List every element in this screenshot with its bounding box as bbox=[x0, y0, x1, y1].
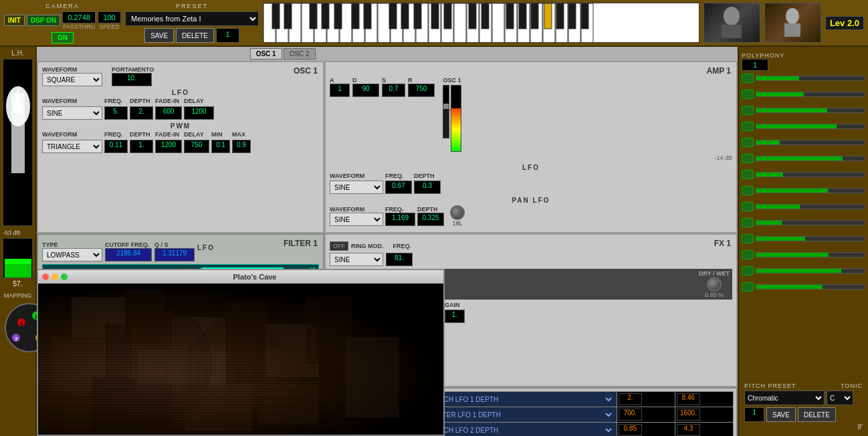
waveform-select[interactable]: SQUARE bbox=[42, 73, 102, 86]
pitch-delete-button[interactable]: DELETE bbox=[798, 407, 836, 422]
mapping-val2[interactable]: 2. bbox=[619, 393, 642, 405]
mixer-channel-led[interactable] bbox=[742, 250, 754, 259]
mixer-channel-led[interactable] bbox=[742, 106, 754, 115]
pwm-delay-input[interactable]: 750 bbox=[184, 140, 209, 153]
init-button[interactable]: INIT bbox=[4, 15, 25, 26]
pwm-min-input[interactable]: 0.1 bbox=[211, 140, 230, 153]
mixer-channel-led[interactable] bbox=[742, 186, 754, 195]
mixer-channel-slider[interactable] bbox=[756, 92, 865, 97]
mixer-channel-led[interactable] bbox=[742, 122, 754, 131]
tonic-select[interactable]: C bbox=[827, 391, 853, 405]
osc1-tab[interactable]: OSC 1 bbox=[250, 48, 282, 60]
mixer-channel-led[interactable] bbox=[742, 202, 754, 211]
on-button[interactable]: ON bbox=[51, 32, 74, 43]
d-input[interactable]: 90 bbox=[352, 84, 379, 97]
pitch-save-button[interactable]: SAVE bbox=[766, 407, 796, 422]
pwm-max-input[interactable]: 0.9 bbox=[232, 140, 251, 153]
mixer-channel-led[interactable] bbox=[742, 266, 754, 276]
s-input[interactable]: 0.7 bbox=[382, 84, 405, 97]
portamento-input[interactable]: 10. bbox=[112, 73, 152, 86]
fx-dry-wet-knob[interactable] bbox=[707, 277, 722, 292]
mixer-channel-led[interactable] bbox=[742, 154, 754, 163]
mapping-name-select[interactable]: PITCH LFO 1 DEPTH bbox=[431, 393, 614, 405]
svg-rect-49 bbox=[722, 25, 742, 38]
filter-type-select[interactable]: LOWPASS bbox=[42, 248, 102, 261]
mixer-channel-slider[interactable] bbox=[756, 108, 865, 113]
amp-fader[interactable]: ◀ bbox=[443, 85, 449, 138]
dsp-button[interactable]: DSP ON bbox=[27, 15, 60, 26]
preset-delete-button[interactable]: DELETE bbox=[176, 28, 214, 43]
lfo-depth-input[interactable]: 2. bbox=[130, 106, 153, 120]
chorus-gain-input[interactable]: 1. bbox=[445, 310, 465, 323]
filter-cutoff-input[interactable]: 2186.84 bbox=[105, 248, 152, 261]
pwm-fadein-input[interactable]: 1200 bbox=[155, 140, 182, 153]
amp-lfo-freq-input[interactable]: 0.67 bbox=[385, 181, 412, 194]
svg-point-48 bbox=[724, 7, 740, 25]
svg-rect-30 bbox=[322, 3, 329, 29]
mixer-channel-slider[interactable] bbox=[756, 284, 865, 290]
svg-rect-19 bbox=[492, 3, 504, 42]
mixer-channel-slider[interactable] bbox=[756, 268, 865, 274]
ring-off-badge[interactable]: OFF bbox=[330, 241, 348, 251]
mixer-channel-led[interactable] bbox=[742, 90, 754, 99]
mixer-channel-slider[interactable] bbox=[756, 156, 865, 161]
minimize-dot[interactable] bbox=[51, 274, 58, 280]
mixer-channel bbox=[742, 119, 865, 134]
filter-q-input[interactable]: 1.31179 bbox=[154, 248, 195, 261]
mixer-channel-led[interactable] bbox=[742, 170, 754, 179]
pan-freq-input[interactable]: 1.169 bbox=[385, 213, 415, 226]
preset-select[interactable]: Memories from Zeta I bbox=[125, 11, 259, 26]
pan-waveform-select[interactable]: SINE bbox=[330, 213, 383, 226]
mixer-channel-slider[interactable] bbox=[756, 76, 865, 81]
platos-cave-window[interactable]: Plato's Cave bbox=[37, 269, 445, 436]
amp-lfo-depth-input[interactable]: 0.3 bbox=[414, 181, 441, 194]
mapping-val2[interactable]: 0.85 bbox=[619, 424, 642, 436]
ring-freq-input[interactable]: 81. bbox=[386, 253, 413, 266]
mapping-val3[interactable]: 1600. bbox=[677, 409, 700, 421]
mixer-channel-slider[interactable] bbox=[756, 172, 865, 177]
mixer-channel-slider[interactable] bbox=[756, 252, 865, 257]
r-input[interactable]: 750 bbox=[408, 84, 435, 97]
amp-lfo-waveform-select[interactable]: SINE bbox=[330, 181, 383, 194]
pitch-preset-select[interactable]: Chromatic bbox=[744, 391, 825, 405]
osc1-panel: OSC 1 WAVEFORM SQUARE PORTAMENTO 10. bbox=[37, 61, 324, 233]
mapping-name-select[interactable]: FILTER LFO 1 DEPTH bbox=[431, 409, 614, 421]
pwm-depth-input[interactable]: 1. bbox=[130, 140, 153, 153]
a-input[interactable]: 1 bbox=[330, 84, 350, 97]
pan-knob[interactable] bbox=[450, 205, 465, 220]
mixer-channel-slider[interactable] bbox=[756, 124, 865, 129]
svg-point-88 bbox=[132, 310, 212, 417]
pwm-waveform-select[interactable]: TRIANGLE bbox=[42, 140, 102, 153]
platos-cave-title: Plato's Cave bbox=[70, 273, 439, 281]
mixer-channel-slider[interactable] bbox=[756, 220, 865, 225]
mixer-channel-slider[interactable] bbox=[756, 140, 865, 145]
mixer-channel-led[interactable] bbox=[742, 138, 754, 147]
mapping-name-select[interactable]: PITCH LFO 2 DEPTH bbox=[431, 424, 614, 436]
mixer-channel-led[interactable] bbox=[742, 218, 754, 227]
preset-save-button[interactable]: SAVE bbox=[144, 28, 174, 43]
poly-value[interactable]: 1 bbox=[742, 59, 768, 71]
fx-dry-wet: DRY / WET 0.65 % bbox=[699, 270, 730, 298]
ring-waveform-select[interactable]: SINE bbox=[330, 253, 383, 266]
lfo-delay-input[interactable]: 1200 bbox=[184, 106, 214, 120]
piano-keyboard[interactable]: // rendered via CSS/SVG below bbox=[263, 3, 699, 43]
lfo-fadein-input[interactable]: 600 bbox=[155, 106, 182, 120]
pan-depth-input[interactable]: 0.325 bbox=[417, 213, 444, 226]
close-dot[interactable] bbox=[42, 274, 49, 280]
mapping-val2[interactable]: 700. bbox=[619, 409, 642, 421]
pwm-freq-input[interactable]: 0.11 bbox=[104, 140, 128, 153]
mixer-channel-led[interactable] bbox=[742, 282, 754, 292]
mixer-slider-fill bbox=[756, 140, 780, 144]
maximize-dot[interactable] bbox=[61, 274, 68, 280]
mapping-val3[interactable]: 8.46 bbox=[677, 393, 700, 405]
mixer-channel-led[interactable] bbox=[742, 234, 754, 243]
osc2-tab[interactable]: OSC 2 bbox=[284, 48, 316, 60]
mixer-channel bbox=[742, 87, 865, 102]
mixer-channel-led[interactable] bbox=[742, 74, 754, 83]
mixer-channel-slider[interactable] bbox=[756, 188, 865, 193]
mapping-val3[interactable]: 4.3 bbox=[677, 424, 700, 436]
lfo-freq-input[interactable]: 5. bbox=[104, 106, 128, 120]
mixer-channel-slider[interactable] bbox=[756, 204, 865, 209]
lfo-waveform-select[interactable]: SINE bbox=[42, 106, 102, 120]
mixer-channel-slider[interactable] bbox=[756, 236, 865, 241]
